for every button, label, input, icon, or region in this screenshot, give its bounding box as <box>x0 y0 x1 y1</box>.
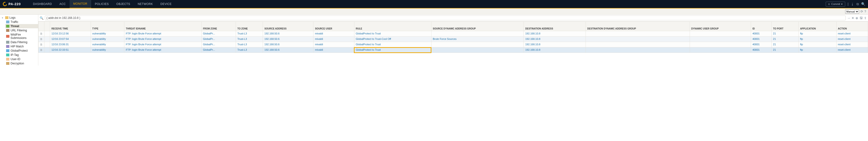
col-6[interactable]: TO ZONE <box>236 22 263 31</box>
row-detail-icon[interactable]: 🗎 <box>38 37 44 42</box>
cell-app[interactable]: ftp <box>799 31 836 37</box>
col-13[interactable]: DYNAMIC USER GROUP <box>690 22 751 31</box>
col-5[interactable]: FROM ZONE <box>202 22 236 31</box>
col-8[interactable]: SOURCE USER <box>313 22 354 31</box>
col-11[interactable]: DESTINATION ADDRESS <box>524 22 586 31</box>
cell-type[interactable]: vulnerability <box>91 42 124 47</box>
cell-dst_addr[interactable]: 192.168.10.8 <box>524 42 586 47</box>
cell-src_addr[interactable]: 192.168.50.6 <box>263 31 313 37</box>
col-12[interactable]: DESTINATION DYNAMIC ADDRESS GROUP <box>586 22 690 31</box>
cell-threat[interactable]: FTP: login Brute Force attempt <box>124 42 202 47</box>
col-7[interactable]: SOURCE ADDRESS <box>263 22 313 31</box>
sidebar-item-user-id[interactable]: User-ID <box>5 57 38 61</box>
cell-rule[interactable]: GlobalProtect to Trust <box>354 31 431 37</box>
cell-receive_time[interactable]: 12/16 22:33:51 <box>50 47 91 53</box>
cell-id[interactable]: 40001 <box>751 42 772 47</box>
cell-app[interactable]: ftp <box>799 37 836 42</box>
nav-device[interactable]: DEVICE <box>157 0 176 8</box>
cell-id[interactable]: 40001 <box>751 37 772 42</box>
cell-src_dag[interactable] <box>431 47 524 53</box>
add-filter-icon[interactable]: ⊕ <box>856 16 858 20</box>
col-4[interactable]: THREAT ID/NAME <box>124 22 202 31</box>
cell-type[interactable]: vulnerability <box>91 37 124 42</box>
cell-threat[interactable]: FTP: login Brute Force attempt <box>124 31 202 37</box>
col-14[interactable]: ID <box>751 22 772 31</box>
cell-src_addr[interactable]: 192.168.50.6 <box>263 47 313 53</box>
cell-receive_time[interactable]: 12/16 23:06:31 <box>50 42 91 47</box>
col-17[interactable]: ACTION <box>836 22 868 31</box>
search-global-icon[interactable]: 🔍 <box>861 2 865 6</box>
sidebar-item-data-filtering[interactable]: Data Filtering <box>5 40 38 44</box>
cell-to_port[interactable]: 21 <box>771 31 799 37</box>
nav-policies[interactable]: POLICIES <box>91 0 113 8</box>
help-icon[interactable]: ? <box>865 10 866 13</box>
cell-to_zone[interactable]: Trust-L3 <box>236 31 263 37</box>
save-filter-icon[interactable]: 🖫 <box>860 16 863 20</box>
apply-filter-icon[interactable]: → <box>847 16 850 20</box>
cell-dst_addr[interactable]: 192.168.10.8 <box>524 47 586 53</box>
cell-receive_time[interactable]: 12/16 23:07:54 <box>50 37 91 42</box>
nav-monitor[interactable]: MONITOR <box>69 0 91 8</box>
cell-to_port[interactable]: 21 <box>771 37 799 42</box>
cell-dug[interactable] <box>690 47 751 53</box>
cell-dst_dag[interactable] <box>586 42 690 47</box>
download-icon[interactable]: ⭳ <box>851 2 854 6</box>
cell-rule[interactable]: GlobalProtect to Trust <box>354 42 431 47</box>
row-packet-icon[interactable] <box>44 31 50 37</box>
row-detail-icon[interactable]: 🗎 <box>38 31 44 37</box>
cell-receive_time[interactable]: 12/16 23:12:56 <box>50 31 91 37</box>
refresh-icon[interactable]: ⟳ <box>861 10 863 13</box>
col-9[interactable]: RULE <box>354 22 431 31</box>
cell-dst_addr[interactable]: 192.168.10.8 <box>524 37 586 42</box>
cell-src_dag[interactable] <box>431 42 524 47</box>
commit-button[interactable]: ⎋ Commit ▾ <box>826 2 845 7</box>
cell-threat[interactable]: FTP: login Brute Force attempt <box>124 47 202 53</box>
sidebar-item-decryption[interactable]: Decryption <box>5 61 38 66</box>
nav-network[interactable]: NETWORK <box>134 0 157 8</box>
table-row[interactable]: 🗎12/16 23:07:54vulnerabilityFTP: login B… <box>38 37 868 42</box>
cell-action[interactable]: reset-client <box>836 31 868 37</box>
cell-dug[interactable] <box>690 42 751 47</box>
cell-src_user[interactable]: mivaldi <box>313 31 354 37</box>
col-15[interactable]: TO PORT <box>771 22 799 31</box>
cell-from_zone[interactable]: GlobalPr... <box>202 47 236 53</box>
cell-to_port[interactable]: 21 <box>771 42 799 47</box>
col-3[interactable]: TYPE <box>91 22 124 31</box>
cell-to_zone[interactable]: Trust-L3 <box>236 37 263 42</box>
cell-to_port[interactable]: 21 <box>771 47 799 53</box>
cell-src_user[interactable]: mivaldi <box>313 47 354 53</box>
cell-src_addr[interactable]: 192.168.50.6 <box>263 42 313 47</box>
cell-action[interactable]: reset-client <box>836 47 868 53</box>
cell-from_zone[interactable]: GlobalPr... <box>202 37 236 42</box>
export-icon[interactable]: ⇪ <box>864 16 867 20</box>
row-detail-icon[interactable]: 🗎 <box>38 47 44 53</box>
sidebar-item-threat[interactable]: Threat <box>5 24 38 28</box>
table-row[interactable]: 🗎12/16 23:12:56vulnerabilityFTP: login B… <box>38 31 868 37</box>
nav-objects[interactable]: OBJECTS <box>113 0 134 8</box>
cell-src_addr[interactable]: 192.168.50.6 <box>263 37 313 42</box>
cell-dst_addr[interactable]: 192.168.10.8 <box>524 31 586 37</box>
cell-app[interactable]: ftp <box>799 42 836 47</box>
row-packet-icon[interactable] <box>44 37 50 42</box>
row-packet-icon[interactable] <box>44 42 50 47</box>
cell-to_zone[interactable]: Trust-L3 <box>236 42 263 47</box>
sidebar-item-ip-tag[interactable]: IP-Tag <box>5 53 38 57</box>
table-row[interactable]: 🗎12/16 22:33:51vulnerabilityFTP: login B… <box>38 47 868 53</box>
sidebar-item-url-filtering[interactable]: URL Filtering <box>5 28 38 32</box>
col-0[interactable] <box>38 22 44 31</box>
nav-acc[interactable]: ACC <box>56 0 69 8</box>
cell-app[interactable]: ftp <box>799 47 836 53</box>
cell-type[interactable]: vulnerability <box>91 47 124 53</box>
cell-dug[interactable] <box>690 37 751 42</box>
mode-select[interactable]: Manual <box>845 9 859 14</box>
sidebar-item-traffic[interactable]: Traffic <box>5 20 38 24</box>
cell-action[interactable]: reset-client <box>836 42 868 47</box>
table-row[interactable]: 🗎12/16 23:06:31vulnerabilityFTP: login B… <box>38 42 868 47</box>
cell-src_user[interactable]: mivaldi <box>313 42 354 47</box>
cell-src_dag[interactable] <box>431 31 524 37</box>
cell-type[interactable]: vulnerability <box>91 31 124 37</box>
cell-src_user[interactable]: mivaldi <box>313 37 354 42</box>
cell-id[interactable]: 40001 <box>751 31 772 37</box>
tree-root-logs[interactable]: ▾ Logs <box>1 16 38 20</box>
sidebar-item-hip-match[interactable]: HIP Match <box>5 44 38 49</box>
